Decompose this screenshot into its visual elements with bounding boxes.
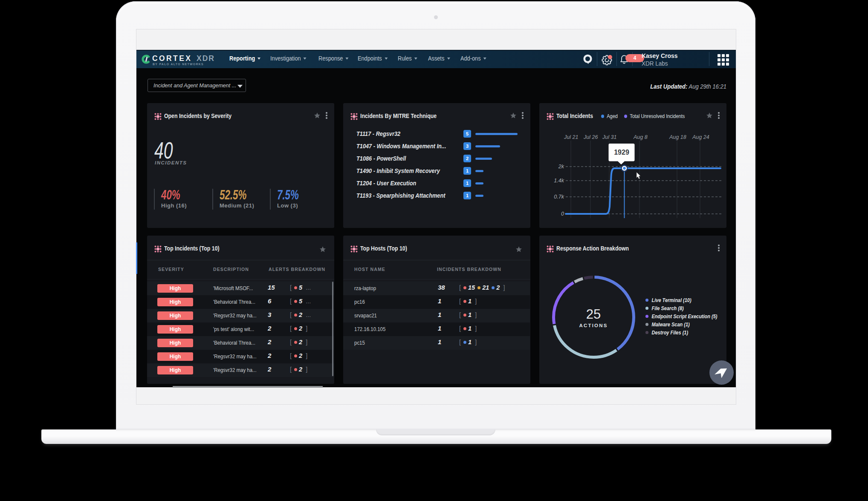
- svg-text:1929: 1929: [614, 149, 629, 156]
